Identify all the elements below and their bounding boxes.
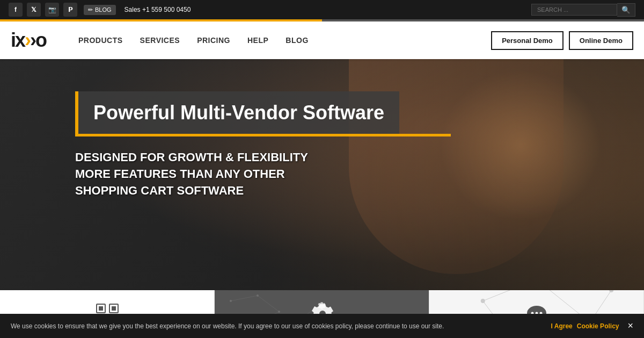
nav-products[interactable]: PRODUCTS bbox=[78, 36, 123, 45]
hero-content: Powerful Multi-Vendor Software DESIGNED … bbox=[75, 91, 451, 199]
svg-rect-3 bbox=[112, 306, 116, 311]
cookie-agree-button[interactable]: I Agree bbox=[551, 322, 573, 330]
hero-title: Powerful Multi-Vendor Software bbox=[93, 101, 384, 124]
search-input[interactable] bbox=[531, 4, 617, 16]
social-icons: f 𝕏 📷 𝗣 ✏ BLOG bbox=[9, 3, 116, 17]
svg-line-17 bbox=[231, 296, 258, 301]
hero-subtitle-line1: DESIGNED FOR GROWTH & FLEXIBILITY bbox=[75, 149, 397, 166]
cookie-bar: We use cookies to ensure that we give yo… bbox=[0, 314, 644, 338]
svg-line-18 bbox=[258, 296, 279, 312]
nav-pricing[interactable]: PRICING bbox=[197, 36, 230, 45]
nav-buttons: Personal Demo Online Demo bbox=[491, 31, 633, 50]
nav-services[interactable]: SERVICES bbox=[140, 36, 180, 45]
nav-blog[interactable]: BLOG bbox=[286, 36, 308, 45]
nav-help[interactable]: HELP bbox=[247, 36, 268, 45]
pinterest-icon[interactable]: 𝗣 bbox=[63, 3, 77, 17]
instagram-icon[interactable]: 📷 bbox=[45, 3, 59, 17]
twitter-icon[interactable]: 𝕏 bbox=[27, 3, 41, 17]
logo-text: ix››o bbox=[11, 29, 46, 52]
pencil-icon: ✏ bbox=[88, 6, 93, 13]
nav-links: PRODUCTS SERVICES PRICING HELP BLOG bbox=[78, 36, 491, 45]
blog-topbar-button[interactable]: ✏ BLOG bbox=[84, 5, 116, 15]
hero-subtitle: DESIGNED FOR GROWTH & FLEXIBILITY MORE F… bbox=[75, 149, 397, 199]
top-bar: f 𝕏 📷 𝗣 ✏ BLOG Sales +1 559 500 0450 🔍 bbox=[0, 0, 644, 19]
cookie-policy-link[interactable]: Cookie Policy bbox=[577, 322, 619, 330]
hero-subtitle-line3: SHOPPING CART SOFTWARE bbox=[75, 183, 397, 199]
hero-subtitle-line2: MORE FEATURES THAN ANY OTHER bbox=[75, 166, 397, 183]
search-container: 🔍 bbox=[531, 3, 635, 17]
hero-title-box: Powerful Multi-Vendor Software bbox=[75, 91, 399, 134]
cookie-close-button[interactable]: × bbox=[627, 320, 633, 332]
logo[interactable]: ix››o bbox=[11, 29, 46, 52]
phone-number: Sales +1 559 500 0450 bbox=[125, 6, 191, 13]
cookie-text: We use cookies to ensure that we give yo… bbox=[11, 322, 547, 330]
search-button[interactable]: 🔍 bbox=[617, 3, 635, 17]
facebook-icon[interactable]: f bbox=[9, 3, 23, 17]
online-demo-button[interactable]: Online Demo bbox=[569, 31, 633, 50]
hero-orange-line bbox=[75, 134, 451, 136]
blog-topbar-label: BLOG bbox=[95, 6, 112, 13]
nav-bar: ix››o PRODUCTS SERVICES PRICING HELP BLO… bbox=[0, 21, 644, 59]
personal-demo-button[interactable]: Personal Demo bbox=[491, 31, 564, 50]
svg-rect-1 bbox=[99, 306, 103, 311]
hero-section: Powerful Multi-Vendor Software DESIGNED … bbox=[0, 59, 644, 290]
